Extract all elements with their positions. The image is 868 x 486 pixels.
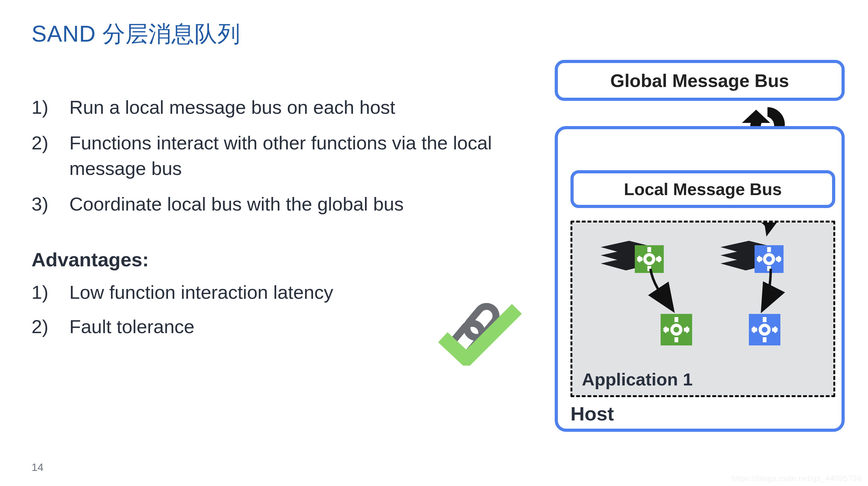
gear-icon	[749, 314, 780, 347]
advantage-text: Low function interaction latency	[69, 282, 333, 303]
local-bus-label: Local Message Bus	[624, 179, 782, 199]
point-text: Functions interact with other functions …	[69, 132, 492, 179]
watermark: https://blogs.csdn.net/gs_44095736	[732, 474, 862, 483]
server-stack-icon	[597, 235, 667, 274]
checkmark-chain-icon	[438, 296, 526, 367]
svg-rect-15	[767, 266, 771, 271]
list-item: Coordinate local bus with the global bus	[32, 191, 504, 217]
svg-rect-5	[647, 266, 651, 271]
svg-rect-35	[763, 337, 767, 342]
local-bus-box: Local Message Bus	[570, 170, 835, 208]
svg-rect-25	[675, 337, 678, 342]
server-stack-icon	[717, 235, 787, 274]
list-item: Fault tolerance	[32, 314, 504, 339]
main-points-list: Run a local message bus on each host Fun…	[32, 95, 504, 217]
content-area: Run a local message bus on each host Fun…	[32, 95, 504, 348]
diagram: Global Message Bus Local Message Bus	[529, 60, 845, 445]
list-item: Functions interact with other functions …	[32, 130, 504, 181]
advantages-list: Low function interaction latency Fault t…	[32, 279, 504, 339]
svg-rect-14	[767, 247, 771, 252]
slide: SAND 分层消息队列 Run a local message bus on e…	[0, 0, 868, 486]
gear-icon	[661, 314, 692, 347]
point-text: Coordinate local bus with the global bus	[69, 193, 404, 215]
svg-rect-34	[763, 317, 767, 322]
point-text: Run a local message bus on each host	[69, 97, 395, 118]
svg-rect-4	[647, 247, 651, 252]
advantage-text: Fault tolerance	[69, 316, 194, 337]
advantages-header: Advantages:	[32, 248, 504, 271]
list-item: Low function interaction latency	[32, 279, 504, 305]
global-bus-box: Global Message Bus	[555, 60, 845, 101]
list-item: Run a local message bus on each host	[32, 95, 504, 120]
application-label: Application 1	[582, 369, 693, 390]
svg-rect-24	[675, 317, 678, 322]
application-box: Application 1	[570, 221, 835, 397]
page-number: 14	[32, 461, 43, 474]
slide-title: SAND 分层消息队列	[32, 19, 241, 49]
host-label: Host	[570, 402, 614, 425]
global-bus-label: Global Message Bus	[610, 70, 789, 91]
host-box: Local Message Bus	[555, 126, 845, 432]
